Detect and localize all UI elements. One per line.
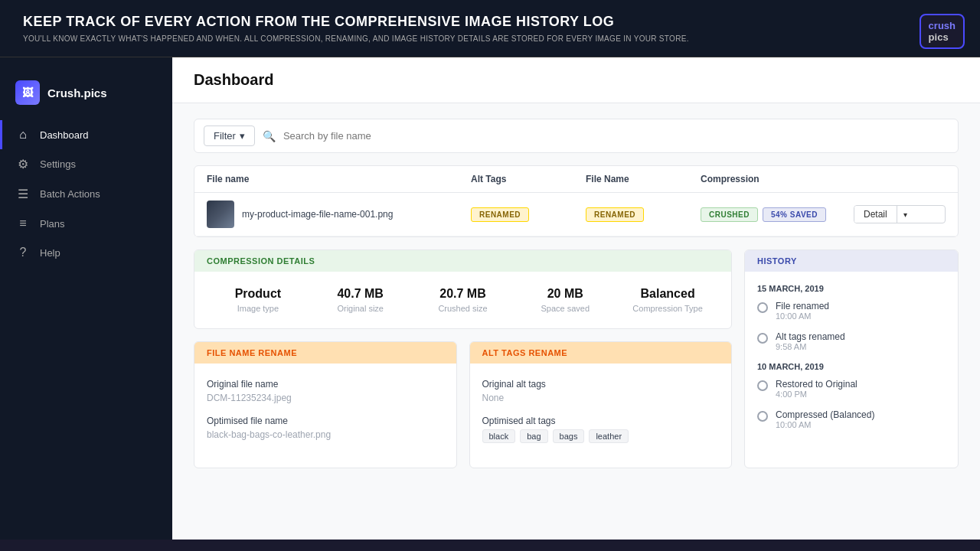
sidebar-item-help[interactable]: ? Help xyxy=(0,238,172,267)
crushed-badge: CRUSHED xyxy=(701,207,758,222)
detail-button[interactable]: Detail xyxy=(854,206,897,223)
stat-space-saved: 20 MB Space saved xyxy=(514,287,616,313)
help-icon: ? xyxy=(15,246,31,259)
history-entry-text-4: Compressed (Balanced) 10:00 AM xyxy=(776,409,874,429)
main-header: Dashboard xyxy=(172,57,980,103)
chevron-down-icon: ▾ xyxy=(240,130,245,142)
compression-details-card: COMPRESSION DETAILS Product Image type 4… xyxy=(194,249,732,329)
file-rename-body: Original file name DCM-11235234.jpeg Opt… xyxy=(194,364,456,468)
app-layout: 🖼 Crush.pics ⌂ Dashboard ⚙ Settings ☰ Ba… xyxy=(0,57,980,540)
history-dot-4 xyxy=(757,411,768,422)
history-entry-text-1: File renamed 10:00 AM xyxy=(776,301,829,321)
compression-details-header: COMPRESSION DETAILS xyxy=(194,250,731,272)
action-cell: Detail ▾ xyxy=(854,205,946,223)
tag-bag: bag xyxy=(520,429,547,443)
top-banner: KEEP TRACK OF EVERY ACTION FROM THE COMP… xyxy=(0,0,980,57)
compression-cell: CRUSHED 54% SAVED xyxy=(701,207,854,222)
file-thumbnail xyxy=(207,201,234,228)
file-info: my-product-image-file-name-001.png xyxy=(207,201,471,228)
logo-box: crush pics xyxy=(920,14,965,49)
banner-subtitle: YOU'LL KNOW EXACTLY WHAT'S HAPPENED AND … xyxy=(23,34,957,43)
search-input[interactable] xyxy=(283,130,949,142)
alt-rename-body: Original alt tags None Optimised alt tag… xyxy=(470,364,732,458)
detail-dropdown-arrow[interactable]: ▾ xyxy=(897,207,913,222)
main-content: Dashboard Filter ▾ 🔍 File name Alt Tags … xyxy=(172,57,980,540)
left-expanded: COMPRESSION DETAILS Product Image type 4… xyxy=(194,249,732,468)
alt-rename-card: ALT TAGS RENAME Original alt tags None O… xyxy=(469,341,733,468)
filter-bar: Filter ▾ 🔍 xyxy=(194,119,959,153)
page-title: Dashboard xyxy=(194,71,959,89)
rename-panels: FILE NAME RENAME Original file name DCM-… xyxy=(194,341,732,468)
search-icon: 🔍 xyxy=(263,130,276,142)
history-entry-compressed: Compressed (Balanced) 10:00 AM xyxy=(757,409,946,429)
sidebar-item-batch-actions[interactable]: ☰ Batch Actions xyxy=(0,179,172,209)
file-name-cell: my-product-image-file-name-001.png xyxy=(242,209,393,220)
history-dot-1 xyxy=(757,302,768,313)
expanded-area: COMPRESSION DETAILS Product Image type 4… xyxy=(194,249,959,468)
history-entry-text-2: Alt tags renamed 9:58 AM xyxy=(776,331,845,351)
filter-button[interactable]: Filter ▾ xyxy=(204,126,255,146)
plans-icon: ≡ xyxy=(15,217,31,230)
brand-icon: 🖼 xyxy=(15,80,40,105)
sidebar: 🖼 Crush.pics ⌂ Dashboard ⚙ Settings ☰ Ba… xyxy=(0,57,172,540)
settings-icon: ⚙ xyxy=(15,157,31,171)
logo-area: crush pics xyxy=(920,14,965,49)
compression-stats: Product Image type 40.7 MB Original size… xyxy=(194,272,731,328)
table-header: File name Alt Tags File Name Compression xyxy=(194,166,958,193)
history-entry-restored: Restored to Original 4:00 PM xyxy=(757,379,946,399)
history-dot-2 xyxy=(757,333,768,344)
filename-badge: RENAMED xyxy=(586,207,644,222)
sidebar-item-settings[interactable]: ⚙ Settings xyxy=(0,149,172,179)
history-panel: HISTORY 15 MARCH, 2019 File renamed 10:0… xyxy=(744,249,959,468)
stat-crushed-size: 20.7 MB Crushed size xyxy=(412,287,514,313)
history-header: HISTORY xyxy=(745,250,958,272)
content-area: Filter ▾ 🔍 File name Alt Tags File Name … xyxy=(172,103,980,484)
banner-title: KEEP TRACK OF EVERY ACTION FROM THE COMP… xyxy=(23,14,957,30)
sidebar-item-dashboard[interactable]: ⌂ Dashboard xyxy=(0,120,172,149)
detail-button-group: Detail ▾ xyxy=(854,205,946,223)
history-entry-text-3: Restored to Original 4:00 PM xyxy=(776,379,858,399)
stat-original-size: 40.7 MB Original size xyxy=(309,287,412,313)
stat-compression-type: Balanced Compression Type xyxy=(616,287,719,313)
history-date-1: 15 MARCH, 2019 xyxy=(757,284,946,293)
tag-bags: bags xyxy=(553,429,585,443)
tag-leather: leather xyxy=(589,429,629,443)
file-rename-card: FILE NAME RENAME Original file name DCM-… xyxy=(194,341,457,468)
alt-rename-header: ALT TAGS RENAME xyxy=(470,342,732,364)
filename-cell: RENAMED xyxy=(586,207,701,222)
alt-tags-list: black bag bags leather xyxy=(482,429,720,443)
history-body: 15 MARCH, 2019 File renamed 10:00 AM A xyxy=(745,272,958,452)
saved-badge: 54% SAVED xyxy=(763,207,826,222)
file-rename-header: FILE NAME RENAME xyxy=(194,342,456,364)
alt-tags-badge: RENAMED xyxy=(471,207,529,222)
batch-icon: ☰ xyxy=(15,187,31,201)
table-container: File name Alt Tags File Name Compression… xyxy=(194,165,959,237)
sidebar-brand: 🖼 Crush.pics xyxy=(0,73,172,120)
history-entry-file-renamed: File renamed 10:00 AM xyxy=(757,301,946,321)
sidebar-item-plans[interactable]: ≡ Plans xyxy=(0,209,172,238)
history-dot-3 xyxy=(757,380,768,391)
alt-tags-cell: RENAMED xyxy=(471,207,586,222)
dashboard-icon: ⌂ xyxy=(15,128,31,142)
table-row: my-product-image-file-name-001.png RENAM… xyxy=(194,193,958,236)
stat-image-type: Product Image type xyxy=(207,287,309,313)
history-date-2: 10 MARCH, 2019 xyxy=(757,362,946,371)
tag-black: black xyxy=(482,429,516,443)
history-entry-alt-renamed: Alt tags renamed 9:58 AM xyxy=(757,331,946,351)
